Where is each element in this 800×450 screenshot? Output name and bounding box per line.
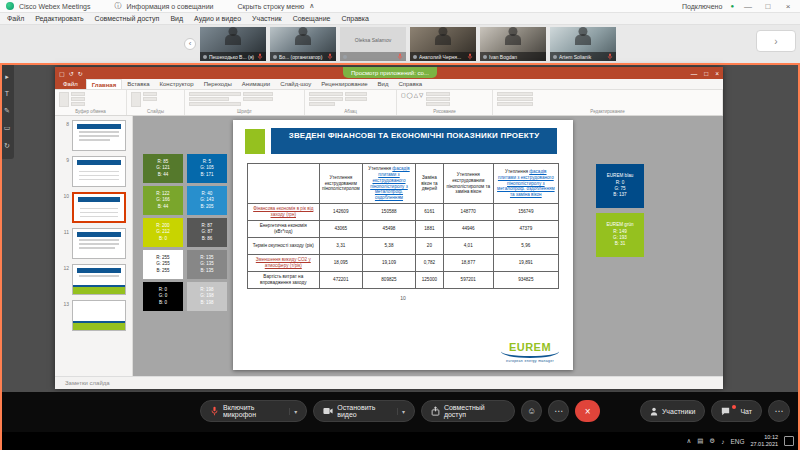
- close-button[interactable]: ×: [782, 2, 794, 11]
- slide: ЗВЕДЕНІ ФІНАНСОВІ ТА ЕКОНОМІЧНІ ПОКАЗНИК…: [233, 120, 573, 370]
- hide-menu-button[interactable]: Скрыть строку меню: [237, 3, 304, 10]
- stop-video-button[interactable]: Остановить видео ▾: [313, 400, 415, 422]
- participants-panel-button[interactable]: Участники: [640, 400, 705, 422]
- expand-icon[interactable]: ▸: [5, 73, 9, 81]
- color-swatch: R: 85G: 121B: 44: [143, 154, 183, 183]
- ribbon-group-paragraph: Абзац: [305, 90, 397, 115]
- green-accent-square: [245, 129, 265, 154]
- webex-sharing-indicator[interactable]: Просмотр приложений: со...: [343, 67, 437, 78]
- slide-title: ЗВЕДЕНІ ФІНАНСОВІ ТА ЕКОНОМІЧНІ ПОКАЗНИК…: [271, 128, 557, 154]
- table-header-row: Утеплення екструдованим пінополістиролом…: [248, 164, 559, 204]
- reactions-button[interactable]: ☺: [521, 400, 542, 422]
- language-indicator[interactable]: ENG: [730, 438, 744, 445]
- tab-view[interactable]: Вид: [373, 79, 394, 89]
- notes-pane[interactable]: Заметки слайда: [55, 376, 723, 389]
- mic-muted-icon: [467, 53, 473, 60]
- volume-icon[interactable]: ♪: [721, 438, 724, 445]
- tab-slideshow[interactable]: Слайд-шоу: [275, 79, 316, 89]
- chat-panel-button[interactable]: Чат: [711, 400, 762, 422]
- share-content-button[interactable]: Совместный доступ: [421, 400, 515, 422]
- color-swatch: R: 0G: 0B: 0: [143, 282, 183, 311]
- menu-view[interactable]: Вид: [170, 15, 183, 22]
- webex-logo-icon: [6, 2, 14, 10]
- shape-tool-icon[interactable]: ▭: [4, 124, 11, 132]
- ribbon-group-drawing: ◻◯△▽ Рисование: [397, 90, 493, 115]
- camera-icon: [323, 407, 333, 415]
- row-label-link[interactable]: Фінансова економія в рік від заходу (грн…: [253, 206, 313, 217]
- meeting-info-button[interactable]: Информация о совещании: [126, 3, 213, 10]
- slide-thumbnail-current[interactable]: [72, 192, 126, 223]
- ppt-minimize-button[interactable]: —: [691, 70, 698, 77]
- ppt-maximize-button[interactable]: □: [704, 70, 708, 77]
- color-swatch: R: 255G: 255B: 255: [143, 250, 183, 279]
- tray-icon-1[interactable]: ▤: [697, 437, 703, 445]
- mic-icon: [210, 406, 219, 416]
- slide-thumbnail[interactable]: [72, 156, 126, 187]
- participant-icon: [413, 55, 417, 59]
- header-hyperlink[interactable]: фасадів плитами з екструдованого пінопол…: [370, 166, 410, 200]
- ribbon-group-editing: Редактирование: [493, 90, 723, 115]
- maximize-button[interactable]: □: [762, 2, 774, 11]
- filmstrip-next-button[interactable]: ›: [756, 30, 796, 52]
- menu-meeting[interactable]: Совещание: [293, 15, 331, 22]
- ribbon-group-slides: Слайды: [127, 90, 185, 115]
- unmute-button[interactable]: Включить микрофон ▾: [200, 400, 307, 422]
- slide-thumbnail[interactable]: [72, 264, 126, 295]
- tab-home[interactable]: Главная: [86, 79, 122, 89]
- tab-file[interactable]: Файл: [55, 79, 86, 89]
- mic-muted-icon: [607, 53, 613, 60]
- menu-participant[interactable]: Участник: [252, 15, 282, 22]
- participant-tile[interactable]: Artem Solianik: [550, 27, 616, 61]
- participant-tile-no-video[interactable]: Oleksa Salamov: [340, 27, 406, 61]
- color-swatch: R: 135G: 135B: 135: [187, 250, 227, 279]
- mic-options-chevron[interactable]: ▾: [289, 408, 297, 415]
- ppt-ribbon-tabs: Файл Главная Вставка Конструктор Переход…: [55, 79, 723, 90]
- video-options-chevron[interactable]: ▾: [397, 408, 405, 415]
- menu-audio-video[interactable]: Аудио и видео: [194, 15, 241, 22]
- menu-file[interactable]: Файл: [7, 15, 24, 22]
- new-slide-button[interactable]: [131, 92, 141, 107]
- participant-tile[interactable]: Пешеходько В... (я): [200, 27, 266, 61]
- paste-button[interactable]: [59, 92, 69, 107]
- participant-tile[interactable]: Бо... (организатор): [270, 27, 336, 61]
- menu-share[interactable]: Совместный доступ: [95, 15, 160, 22]
- color-swatch: R: 198G: 198B: 198: [187, 282, 227, 311]
- minimize-button[interactable]: —: [742, 2, 754, 11]
- annotation-toolbar[interactable]: ▸ T ✎ ▭ ↻: [0, 63, 14, 159]
- participants-icon: [650, 407, 658, 416]
- app-title: Cisco Webex Meetings: [19, 3, 90, 10]
- pen-tool-icon[interactable]: ✎: [4, 107, 10, 115]
- tab-design[interactable]: Конструктор: [154, 79, 198, 89]
- tray-chevron-icon[interactable]: ∧: [686, 437, 691, 445]
- text-tool-icon[interactable]: T: [5, 90, 9, 97]
- slide-thumbnail[interactable]: [72, 300, 126, 331]
- row-label-link[interactable]: Зменшення викиду CO2 у атмосферу (т/рік): [256, 257, 311, 268]
- slide-thumbnail[interactable]: [72, 228, 126, 259]
- slide-thumbnail[interactable]: [72, 120, 126, 151]
- menu-edit[interactable]: Редактировать: [35, 15, 83, 22]
- filmstrip-prev-button[interactable]: ‹: [184, 38, 196, 50]
- powerpoint-window: ▢ ↺ ↻ Презентація - PowerPoint — □ × Про…: [55, 67, 723, 389]
- tab-animations[interactable]: Анимации: [237, 79, 275, 89]
- notifications-icon[interactable]: [784, 436, 794, 446]
- menu-help[interactable]: Справка: [341, 15, 368, 22]
- undo-tool-icon[interactable]: ↻: [4, 142, 10, 150]
- connected-dot-icon: ●: [730, 3, 734, 9]
- participant-tile-active-speaker[interactable]: Ivan Bogdan: [480, 27, 546, 61]
- shapes-gallery[interactable]: ◻◯△▽: [401, 92, 424, 100]
- windows-taskbar: ∧ ▤ ⚙ ♪ ENG 10:12 27.01.2021: [0, 432, 800, 450]
- mic-muted-icon: [257, 53, 263, 60]
- tray-icon-2[interactable]: ⚙: [709, 437, 715, 445]
- tab-transitions[interactable]: Переходы: [199, 79, 237, 89]
- tab-help[interactable]: Справка: [393, 79, 427, 89]
- participant-tile[interactable]: Анатолий Черня...: [410, 27, 476, 61]
- tab-review[interactable]: Рецензирование: [316, 79, 372, 89]
- slide-thumbnail-panel: 8 9 10 11 12 13: [55, 116, 133, 376]
- panel-buttons: Участники Чат ⋯: [640, 400, 790, 422]
- taskbar-clock[interactable]: 10:12 27.01.2021: [750, 434, 778, 448]
- more-panels-button[interactable]: ⋯: [768, 400, 790, 422]
- more-options-button[interactable]: ⋯: [548, 400, 569, 422]
- ppt-close-button[interactable]: ×: [715, 70, 719, 77]
- tab-insert[interactable]: Вставка: [122, 79, 154, 89]
- leave-meeting-button[interactable]: ×: [575, 400, 600, 422]
